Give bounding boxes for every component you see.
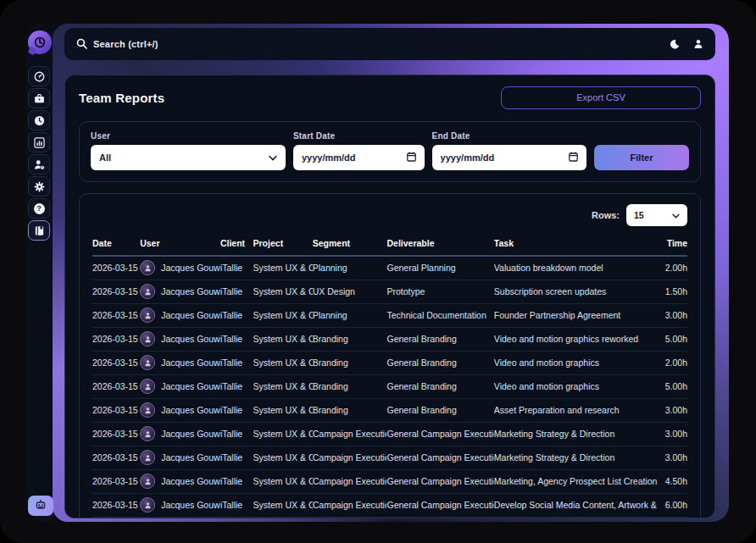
cell-user: Jacques Gouws <box>140 517 220 518</box>
chevron-down-icon <box>672 210 680 220</box>
briefcase-icon <box>34 93 45 104</box>
cell-client: iTallie <box>220 327 253 351</box>
start-date-input[interactable] <box>302 152 407 163</box>
cell-user: Jacques Gouws <box>140 446 220 469</box>
avatar <box>140 426 155 441</box>
cell-deliverable: General Campaign Execution <box>386 493 493 517</box>
cell-segment: UX Design <box>313 280 387 303</box>
filter-button[interactable]: Filter <box>594 145 689 170</box>
table-row: 2026-03-15 Jacques Gouws iT <box>92 493 687 517</box>
cell-project: System UX & CI <box>253 351 313 374</box>
cell-project: System UX & CI <box>253 374 313 398</box>
cell-time: 3.50h <box>658 517 687 518</box>
col-header-segment: Segment <box>313 233 387 256</box>
ai-assistant-button[interactable] <box>28 496 53 516</box>
cell-user: Jacques Gouws <box>140 280 220 303</box>
cell-time: 3.00h <box>658 422 687 446</box>
cell-client: iTallie <box>220 398 253 422</box>
cell-segment: Branding <box>313 351 387 374</box>
dashboard-gauge-icon <box>34 71 45 82</box>
cell-segment: Branding <box>313 398 387 422</box>
col-header-project: Project <box>253 233 313 256</box>
sidebar-item-dashboard[interactable] <box>28 66 50 86</box>
cell-time: 5.00h <box>658 374 687 398</box>
end-date-input[interactable] <box>441 152 569 163</box>
avatar <box>140 331 155 346</box>
table-row: 2026-03-15 Jacques Gouws iT <box>92 374 687 398</box>
user-name: Jacques Gouws <box>161 381 220 391</box>
cell-task: Marketing Strategy & Direction <box>494 422 658 446</box>
table-row: 2026-03-15 Jacques Gouws iT <box>92 280 687 303</box>
sidebar-item-help[interactable]: ? <box>28 198 50 219</box>
user-filter-select[interactable]: All <box>91 145 286 170</box>
cell-time: 2.00h <box>658 256 687 280</box>
cell-client: iTallie <box>220 446 253 469</box>
cell-client: iTallie <box>220 303 253 327</box>
cell-project: System UX & CI <box>253 517 313 518</box>
cell-task: Founder Partnership Agreement <box>494 303 658 327</box>
cell-deliverable: Brand Collateral <box>386 517 493 518</box>
cell-user: Jacques Gouws <box>140 398 220 422</box>
sidebar-item-settings[interactable] <box>28 176 50 197</box>
cell-time: 6.00h <box>658 493 687 517</box>
cell-project: System UX & CI <box>253 280 313 303</box>
start-date-field[interactable] <box>293 145 425 170</box>
cell-date: 2026-03-15 <box>92 256 140 280</box>
user-name: Jacques Gouws <box>161 357 220 368</box>
cell-deliverable: General Planning <box>386 256 493 280</box>
avatar <box>140 402 155 418</box>
cell-task: Marketing, Agency Prospect List Creation <box>494 469 658 493</box>
rows-per-page-select[interactable]: 15 <box>626 204 687 226</box>
account-button[interactable] <box>693 39 703 49</box>
dark-mode-toggle[interactable] <box>670 39 680 49</box>
cell-date: 2026-03-15 <box>92 303 140 327</box>
report-table-panel: Rows: 15 <box>79 193 701 518</box>
cell-date: 2026-03-15 <box>92 351 140 374</box>
gear-icon <box>34 181 45 192</box>
user-clock-icon <box>34 159 45 170</box>
table-row: 2026-03-15 Jacques Gouws iT <box>92 327 687 351</box>
avatar <box>140 260 155 275</box>
table-row: 2026-03-15 Jacques Gouws iT <box>92 351 687 374</box>
end-date-field[interactable] <box>432 145 586 170</box>
col-header-date: Date <box>92 233 140 256</box>
sidebar-item-time[interactable] <box>28 110 50 130</box>
app-logo[interactable] <box>28 30 52 54</box>
cell-deliverable: General Branding <box>386 327 493 351</box>
cell-segment: Campaign Execution <box>313 469 387 493</box>
chevron-down-icon <box>269 152 277 163</box>
help-icon: ? <box>34 203 45 214</box>
top-bar: Search (ctrl+/) <box>64 28 715 60</box>
sidebar-item-projects[interactable] <box>28 88 50 108</box>
cell-task: Updating Brand Collateral, Sales Pitch D… <box>494 517 658 518</box>
user-name: Jacques Gouws <box>161 405 220 415</box>
avatar <box>140 474 155 489</box>
sidebar-item-team[interactable] <box>28 154 50 175</box>
end-date-label: End Date <box>432 131 586 141</box>
cell-date: 2026-03-15 <box>92 493 140 517</box>
sidebar-item-reports-chart[interactable] <box>28 132 50 152</box>
cell-client: iTallie <box>220 422 253 446</box>
user-name: Jacques Gouws <box>161 500 220 510</box>
cell-project: System UX & CI <box>253 398 313 422</box>
col-header-client: Client <box>220 233 253 256</box>
start-date-label: Start Date <box>293 131 425 141</box>
cell-segment: Campaign Execution <box>313 493 387 517</box>
user-name: Jacques Gouws <box>161 429 220 439</box>
sidebar-item-team-reports[interactable] <box>28 220 50 241</box>
avatar <box>140 497 155 513</box>
cell-user: Jacques Gouws <box>140 327 220 351</box>
report-table: Date User Client Project Segment Deliver… <box>92 233 687 518</box>
cell-deliverable: General Campaign Execution <box>386 469 493 493</box>
cell-user: Jacques Gouws <box>140 469 220 493</box>
cell-segment: Branding <box>313 517 387 518</box>
cell-deliverable: General Branding <box>386 398 493 422</box>
team-reports-card: Team Reports Export CSV User All St <box>64 75 715 518</box>
cell-time: 3.00h <box>658 398 687 422</box>
export-csv-button[interactable]: Export CSV <box>501 86 701 109</box>
table-row: 2026-03-15 Jacques Gouws iT <box>92 446 687 469</box>
cell-project: System UX & CI <box>253 493 313 517</box>
rows-per-page-value: 15 <box>634 210 644 220</box>
search-input[interactable]: Search (ctrl+/) <box>76 28 670 60</box>
user-icon <box>693 39 703 49</box>
